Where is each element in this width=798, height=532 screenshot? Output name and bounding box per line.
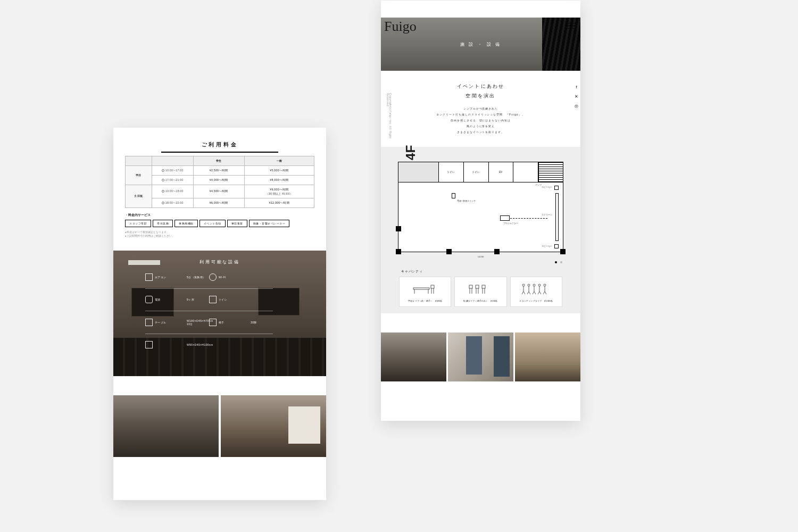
col-general: 一般 [244, 156, 314, 165]
photo-strip [381, 332, 580, 381]
carousel-pager[interactable] [399, 261, 562, 263]
twitter-icon[interactable]: ✕ [574, 94, 579, 99]
people-icon [520, 281, 552, 296]
logo[interactable]: Fuigo [384, 20, 417, 34]
gallery-row [113, 395, 326, 457]
capacity-seated: 聴講タイプ（椅子のみ） 約50名 [454, 277, 506, 307]
row-weekday: 平日 [126, 165, 152, 185]
svg-point-19 [528, 284, 530, 286]
svg-rect-6 [469, 285, 472, 288]
svg-line-25 [533, 292, 534, 294]
svg-point-31 [544, 284, 546, 286]
page-pricing-facilities: ご利用料金 学生 一般 平日 10:00〜17:00 ¥2,500〜/時間 ¥5… [113, 128, 326, 500]
aircon-icon [145, 273, 153, 281]
table-icon [145, 319, 153, 326]
instagram-icon[interactable]: ◎ [574, 104, 579, 109]
svg-point-23 [533, 284, 535, 286]
svg-point-15 [522, 284, 525, 286]
svg-rect-0 [413, 288, 429, 289]
wifi-icon [209, 273, 217, 281]
facebook-icon[interactable]: f [574, 85, 579, 89]
floor-label: 4F [403, 145, 418, 160]
svg-line-21 [527, 292, 529, 294]
chairs-icon [467, 281, 494, 296]
services-tags: スタッフ常駐 受付業務 事務局機能 イベント告知 事前集客 映像・音響オペレータ… [125, 220, 314, 227]
stairs-icon [538, 162, 563, 182]
toilet-icon [209, 296, 217, 303]
time: 10:00〜17:00 [152, 165, 193, 175]
menu-button[interactable] [566, 23, 575, 28]
floorplan-section: トイレ トイレ EV 電源 / 音源スイッチ プロジェクター スクリーン スピー… [381, 147, 580, 313]
intro-section: イベントにあわせ空間を演出 シンプルかつ洗練された コンクリート打ち放しのスタイ… [381, 71, 580, 147]
counter-icon [145, 341, 153, 348]
svg-point-27 [538, 284, 541, 286]
svg-rect-9 [476, 285, 479, 288]
col-student: 学生 [193, 156, 244, 165]
facilities-section: 利用可能な設備 エアコン5台（業務用） Wi-Fi 電源9ヶ所 トイレ テーブル… [113, 251, 326, 376]
copyright: Copyright(c)Fuigo Inc. All Right Reserve… [386, 93, 392, 147]
svg-line-17 [522, 292, 523, 294]
capacity-desk: 学習タイプ（机・椅子） 約30名 [399, 277, 451, 307]
photo-a [381, 332, 446, 381]
svg-line-22 [529, 292, 530, 294]
svg-line-18 [523, 292, 525, 294]
plan-width: 14200 [392, 255, 570, 258]
photo-c [515, 332, 580, 381]
facilities-title: 利用可能な設備 [113, 251, 326, 265]
desk-icon [412, 281, 438, 296]
pricing-title: ご利用料金 [125, 142, 314, 153]
photo-2 [221, 395, 326, 457]
pricing-table: 学生 一般 平日 10:00〜17:00 ¥2,500〜/時間 ¥5,000〜/… [125, 156, 314, 208]
pricing-footnotes: ●料金はすべて税別表記となります。 ●上記時間外での利用はご相談ください。 [125, 230, 314, 238]
plug-icon [145, 296, 153, 303]
chair-icon [209, 319, 217, 326]
photo-b [448, 332, 513, 381]
capacity-standing: スタンディングタイプ 約100名 [510, 277, 562, 307]
photo-1 [113, 395, 219, 457]
svg-rect-12 [482, 285, 485, 288]
svg-line-33 [543, 292, 545, 294]
social-rail: f ✕ ◎ [574, 85, 579, 109]
capacity-head: キャパシティ [401, 270, 570, 273]
pricing-section: ご利用料金 学生 一般 平日 10:00〜17:00 ¥2,500〜/時間 ¥5… [113, 128, 326, 244]
hero-title: 施 設 ・ 設 備 [460, 41, 502, 47]
svg-line-34 [545, 292, 546, 294]
svg-line-29 [538, 292, 539, 294]
services-head: ・料金内サービス [125, 213, 314, 217]
svg-line-26 [534, 292, 536, 294]
page-facility-overview: Fuigo 施 設 ・ 設 備 f ✕ ◎ Copyright(c)Fuigo … [381, 1, 580, 421]
row-weekend: 土日祝 [126, 185, 152, 207]
svg-line-30 [539, 292, 541, 294]
capacity-cards: 学習タイプ（机・椅子） 約30名 聴講タイプ（椅子のみ） 約50名 スタンディン… [392, 277, 570, 307]
svg-rect-3 [431, 285, 434, 288]
floorplan: トイレ トイレ EV 電源 / 音源スイッチ プロジェクター スクリーン スピー… [398, 162, 563, 252]
